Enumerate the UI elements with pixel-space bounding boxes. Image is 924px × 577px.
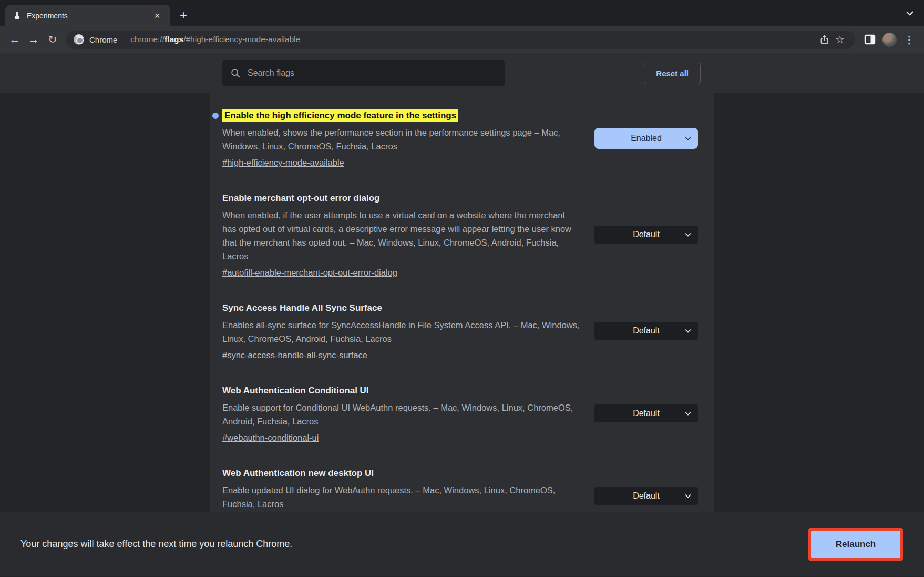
flask-icon xyxy=(13,11,22,20)
reload-icon[interactable]: ↻ xyxy=(43,30,62,49)
flag-row: Sync Access Handle All Sync Surface Enab… xyxy=(222,301,698,360)
flag-permalink[interactable]: #webauthn-conditional-ui xyxy=(222,433,319,443)
flag-dropdown-enabled[interactable]: Enabled xyxy=(594,128,698,149)
tab-experiments[interactable]: Experiments ✕ xyxy=(5,5,170,26)
flags-body: Enable the high efficiency mode feature … xyxy=(0,93,924,512)
back-icon[interactable]: ← xyxy=(5,30,24,49)
relaunch-button[interactable]: Relaunch xyxy=(811,531,900,558)
flag-row: Enable the high efficiency mode feature … xyxy=(222,109,698,168)
relaunch-message: Your changes will take effect the next t… xyxy=(20,539,292,550)
search-box[interactable] xyxy=(222,60,505,86)
kebab-menu-icon[interactable]: ⋮ xyxy=(900,30,919,49)
relaunch-button-highlight-annotation: Relaunch xyxy=(808,528,903,561)
flag-row: Enable merchant opt-out error dialog Whe… xyxy=(222,191,698,278)
search-match-dot xyxy=(212,113,219,119)
flag-description: When enabled, if the user attempts to us… xyxy=(222,208,581,263)
chevron-down-icon xyxy=(683,491,693,501)
browser-window: Experiments ✕ + ← → ↻ Chrome chrome://fl… xyxy=(0,0,924,577)
flag-title: Enable the high efficiency mode feature … xyxy=(222,109,581,122)
tab-close-icon[interactable]: ✕ xyxy=(150,9,164,23)
share-icon[interactable] xyxy=(816,32,832,47)
flags-page: Reset all Enable the high efficiency mod… xyxy=(0,53,924,576)
search-icon xyxy=(230,67,241,79)
flag-permalink[interactable]: #autofill-enable-merchant-opt-out-error-… xyxy=(222,268,397,278)
flag-description: Enables all-sync surface for SyncAccessH… xyxy=(222,318,581,346)
new-tab-button[interactable]: + xyxy=(174,6,192,24)
flag-title: Web Authentication new desktop UI xyxy=(222,467,581,480)
tab-strip: Experiments ✕ + xyxy=(0,0,924,26)
tab-search-chevron-icon[interactable] xyxy=(904,7,916,19)
flag-permalink[interactable]: #high-efficiency-mode-available xyxy=(222,158,344,168)
highlighted-flag-title: Enable the high efficiency mode feature … xyxy=(222,109,458,122)
flags-list: Enable the high efficiency mode feature … xyxy=(210,93,714,512)
side-panel-icon[interactable] xyxy=(860,30,879,49)
reset-all-button[interactable]: Reset all xyxy=(644,63,701,84)
flag-row: Web Authentication Conditional UI Enable… xyxy=(222,384,698,443)
site-label: Chrome xyxy=(89,35,117,44)
flag-description: Enable support for Conditional UI WebAut… xyxy=(222,401,581,428)
flag-dropdown[interactable]: Default xyxy=(594,226,698,244)
address-bar[interactable]: Chrome chrome://flags/#high-efficiency-m… xyxy=(66,31,855,49)
tab-title: Experiments xyxy=(27,12,145,20)
flag-title: Sync Access Handle All Sync Surface xyxy=(222,301,581,315)
bookmark-star-icon[interactable]: ☆ xyxy=(832,32,848,47)
chevron-down-icon xyxy=(683,230,693,239)
flag-dropdown[interactable]: Default xyxy=(594,322,698,340)
relaunch-bar: Your changes will take effect the next t… xyxy=(0,512,924,576)
flags-topbar: Reset all xyxy=(0,53,924,93)
flag-dropdown[interactable]: Default xyxy=(594,404,698,422)
flag-dropdown[interactable]: Default xyxy=(594,487,698,505)
flag-description: When enabled, shows the performance sect… xyxy=(222,126,581,153)
chevron-down-icon xyxy=(683,134,693,143)
chrome-logo-icon xyxy=(74,34,84,45)
omnibox-divider xyxy=(124,34,124,45)
browser-toolbar: ← → ↻ Chrome chrome://flags/#high-effici… xyxy=(0,26,924,53)
flag-title: Web Authentication Conditional UI xyxy=(222,384,581,397)
flag-description: Enable updated UI dialog for WebAuthn re… xyxy=(222,483,581,511)
search-input[interactable] xyxy=(248,68,497,78)
profile-avatar[interactable] xyxy=(882,33,897,47)
flag-permalink[interactable]: #sync-access-handle-all-sync-surface xyxy=(222,350,367,360)
chevron-down-icon xyxy=(683,409,693,418)
forward-icon[interactable]: → xyxy=(24,30,43,49)
url-text: chrome://flags/#high-efficiency-mode-ava… xyxy=(130,35,816,44)
flag-title: Enable merchant opt-out error dialog xyxy=(222,191,581,205)
chevron-down-icon xyxy=(683,326,693,336)
